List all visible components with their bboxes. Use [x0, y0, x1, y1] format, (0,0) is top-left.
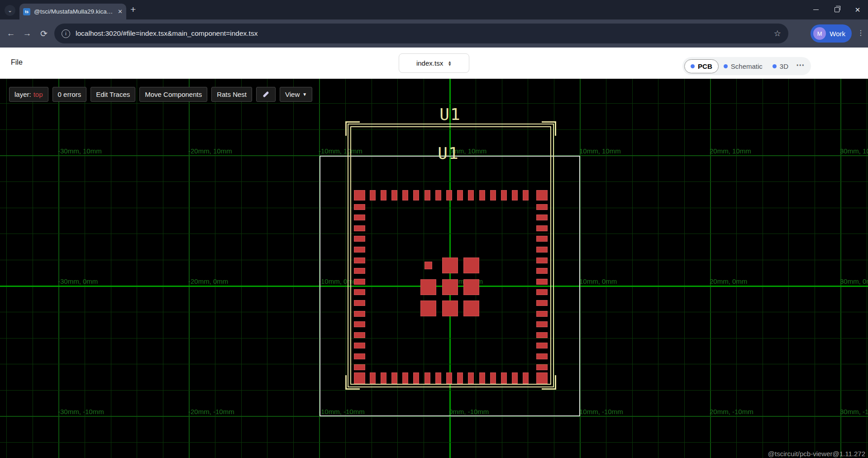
smd-pad[interactable] [479, 190, 485, 200]
view-menu-button[interactable]: View ▼ [280, 87, 312, 102]
smd-pad[interactable] [370, 190, 376, 200]
smd-pad[interactable] [354, 372, 365, 384]
smd-pad[interactable] [402, 372, 408, 384]
errors-button[interactable]: 0 errors [52, 87, 87, 102]
smd-pad[interactable] [457, 372, 463, 384]
move-components-button[interactable]: Move Components [139, 87, 207, 102]
smd-pad[interactable] [512, 372, 518, 384]
file-menu[interactable]: File [11, 58, 23, 67]
smd-pad[interactable] [468, 372, 474, 384]
smd-pad[interactable] [354, 332, 365, 338]
tab-pcb[interactable]: PCB [684, 59, 719, 73]
smd-pad[interactable] [479, 372, 485, 384]
site-info-icon[interactable]: i [62, 29, 70, 38]
bookmark-star-icon[interactable]: ☆ [774, 29, 781, 38]
smd-pad[interactable] [381, 372, 386, 384]
smd-pad[interactable] [413, 372, 419, 384]
smd-pad[interactable] [435, 190, 441, 200]
tab-schematic[interactable]: Schematic [719, 60, 768, 73]
smd-pad[interactable] [490, 372, 496, 384]
rats-nest-button[interactable]: Rats Nest [211, 87, 252, 102]
smd-pad[interactable] [391, 372, 397, 384]
smd-pad[interactable] [536, 258, 548, 263]
edit-silkscreen-button[interactable] [256, 87, 276, 102]
smd-pad[interactable] [354, 258, 365, 263]
smd-pad[interactable] [536, 236, 548, 242]
smd-pad[interactable] [381, 190, 386, 200]
window-minimize-button[interactable] [806, 0, 826, 19]
reload-button[interactable]: ⟳ [38, 27, 50, 40]
smd-pad[interactable] [501, 372, 507, 384]
smd-pad[interactable] [536, 311, 548, 317]
smd-pad[interactable] [536, 300, 548, 306]
smd-pad[interactable] [354, 215, 365, 220]
new-tab-button[interactable]: + [130, 4, 136, 15]
browser-profile-button[interactable]: M Work [811, 24, 852, 43]
layer-button[interactable]: layer: top [9, 87, 48, 102]
window-close-button[interactable]: ✕ [847, 0, 868, 19]
smd-pad[interactable] [536, 215, 548, 220]
smd-pad[interactable] [536, 247, 548, 253]
smd-pad[interactable] [501, 190, 507, 200]
pcb-canvas[interactable]: layer: top 0 errors Edit Traces Move Com… [0, 79, 868, 458]
tab-search-button[interactable]: ⌄ [5, 5, 15, 16]
smd-pad[interactable] [413, 190, 419, 200]
smd-pad[interactable] [523, 372, 529, 384]
address-bar[interactable]: i localhost:3020/#file=index.tsx&main_co… [54, 24, 788, 43]
smd-pad[interactable] [354, 311, 365, 317]
smd-pad[interactable] [468, 190, 474, 200]
smd-pad[interactable] [442, 279, 458, 295]
back-button[interactable]: ← [5, 27, 17, 40]
smd-pad[interactable] [442, 258, 458, 273]
smd-pad[interactable] [354, 225, 365, 231]
smd-pad[interactable] [536, 279, 548, 285]
smd-pad[interactable] [354, 364, 365, 370]
smd-pad[interactable] [446, 190, 452, 200]
smd-pad[interactable] [523, 190, 529, 200]
tab-3d[interactable]: 3D [768, 60, 793, 73]
smd-pad[interactable] [446, 372, 452, 384]
smd-pad[interactable] [536, 268, 548, 274]
smd-pad[interactable] [512, 190, 518, 200]
smd-pad[interactable] [463, 301, 479, 316]
window-restore-button[interactable] [826, 0, 847, 19]
smd-pad[interactable] [536, 321, 548, 327]
smd-pad[interactable] [463, 279, 479, 295]
smd-pad[interactable] [354, 300, 365, 306]
smd-pad[interactable] [354, 236, 365, 242]
smd-pad[interactable] [424, 262, 432, 269]
smd-pad[interactable] [354, 343, 365, 348]
smd-pad[interactable] [354, 353, 365, 359]
smd-pad[interactable] [536, 372, 548, 384]
smd-pad[interactable] [536, 353, 548, 359]
smd-pad[interactable] [536, 190, 548, 200]
smd-pad[interactable] [354, 204, 365, 210]
url-text[interactable]: localhost:3020/#file=index.tsx&main_comp… [76, 29, 774, 38]
smd-pad[interactable] [354, 247, 365, 253]
smd-pad[interactable] [536, 343, 548, 348]
smd-pad[interactable] [490, 190, 496, 200]
browser-menu-kebab-icon[interactable]: ⋮ [857, 29, 864, 37]
smd-pad[interactable] [402, 190, 408, 200]
smd-pad[interactable] [354, 190, 365, 200]
forward-button[interactable]: → [21, 27, 33, 40]
smd-pad[interactable] [536, 289, 548, 295]
smd-pad[interactable] [442, 301, 458, 316]
smd-pad[interactable] [354, 268, 365, 274]
smd-pad[interactable] [420, 301, 436, 316]
browser-tab[interactable]: ts @tsci/MustafaMulla29.kicad-lib ✕ [19, 4, 126, 19]
smd-pad[interactable] [435, 372, 441, 384]
edit-traces-button[interactable]: Edit Traces [91, 87, 135, 102]
file-selector-dropdown[interactable]: index.tsx ▲▼ [399, 53, 469, 73]
smd-pad[interactable] [536, 332, 548, 338]
smd-pad[interactable] [536, 225, 548, 231]
smd-pad[interactable] [424, 372, 430, 384]
smd-pad[interactable] [536, 364, 548, 370]
smd-pad[interactable] [354, 321, 365, 327]
view-switcher-more-icon[interactable]: ⋯ [793, 60, 806, 73]
smd-pad[interactable] [370, 372, 376, 384]
smd-pad[interactable] [354, 279, 365, 285]
smd-pad[interactable] [424, 190, 430, 200]
smd-pad[interactable] [457, 190, 463, 200]
smd-pad[interactable] [391, 190, 397, 200]
